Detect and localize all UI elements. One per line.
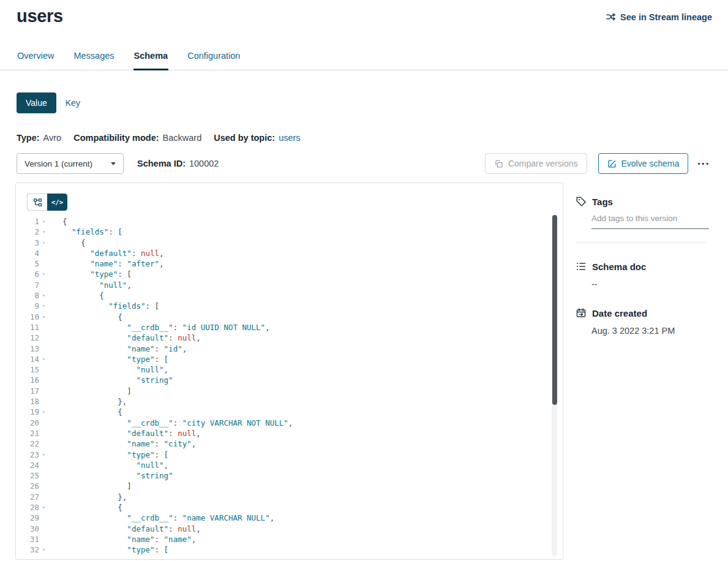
code-line: 18 },	[16, 396, 563, 407]
fold-toggle-icon[interactable]: ▾	[39, 269, 48, 279]
code-text: "null",	[48, 364, 168, 375]
code-line: 21 "default": null,	[16, 428, 563, 439]
line-number: 2	[16, 227, 39, 237]
code-line: 1▾{	[16, 216, 563, 227]
code-editor[interactable]: 1▾{2▾ "fields": [3▾ {4 "default": null,5…	[16, 216, 563, 555]
tree-view-button[interactable]	[27, 194, 47, 211]
fold-toggle-icon[interactable]: ▾	[39, 544, 48, 555]
code-line: 9▾ "fields": [	[16, 301, 563, 311]
code-text: "type": [	[48, 269, 132, 279]
line-number: 25	[16, 470, 39, 481]
schema-doc-title: Schema doc	[592, 262, 646, 272]
more-options-button[interactable]: •••	[696, 157, 711, 170]
fold-toggle-icon[interactable]: ▾	[39, 290, 48, 301]
code-text: "__crdb__": "city VARCHAR NOT NULL",	[48, 418, 293, 428]
fold-toggle-icon[interactable]: ▾	[39, 301, 48, 311]
line-number: 1	[16, 216, 39, 227]
line-number: 13	[16, 344, 39, 354]
line-number: 27	[16, 492, 39, 502]
schema-sidebar: Tags Schema doc --	[576, 183, 713, 336]
code-text: "default": null,	[48, 248, 164, 258]
code-line: 31 "name": "name",	[16, 534, 563, 544]
fold-spacer	[39, 258, 48, 269]
fold-spacer	[39, 280, 48, 290]
code-line: 23▾ "type": [	[16, 450, 563, 460]
line-number: 31	[16, 534, 39, 544]
line-number: 4	[16, 248, 39, 258]
code-text: "string"	[48, 375, 173, 385]
code-text: ]	[48, 386, 132, 396]
tab-configuration[interactable]: Configuration	[187, 46, 241, 70]
code-line: 27 },	[16, 492, 563, 502]
tags-section-header: Tags	[576, 196, 713, 207]
fold-toggle-icon[interactable]: ▾	[39, 450, 48, 460]
edit-icon	[607, 159, 617, 168]
line-number: 8	[16, 290, 39, 301]
scrollbar-thumb[interactable]	[552, 215, 557, 405]
fold-toggle-icon[interactable]: ▾	[39, 502, 48, 513]
code-text: "type": [	[48, 450, 168, 460]
schema-id-label: Schema ID:	[137, 159, 186, 168]
sidebar-divider	[576, 242, 706, 243]
toggle-key-button[interactable]: Key	[56, 92, 89, 113]
code-line: 25 "string"	[16, 470, 563, 481]
tab-schema[interactable]: Schema	[133, 46, 169, 70]
compare-versions-label: Compare versions	[508, 159, 578, 168]
code-line: 5 "name": "after",	[16, 258, 563, 269]
stream-lineage-link[interactable]: See in Stream lineage	[606, 12, 712, 22]
code-text: "default": null,	[48, 524, 201, 534]
code-text: "null",	[48, 280, 132, 290]
tab-overview[interactable]: Overview	[17, 46, 54, 70]
schema-id: Schema ID: 100002	[137, 159, 219, 168]
fold-toggle-icon[interactable]: ▾	[39, 238, 48, 248]
code-view-toolbar: </>	[16, 183, 563, 211]
code-line: 30 "default": null,	[16, 524, 563, 534]
line-number: 17	[16, 386, 39, 396]
line-number: 7	[16, 280, 39, 290]
fold-spacer	[39, 386, 48, 396]
line-number: 29	[16, 513, 39, 523]
tab-bar: Overview Messages Schema Configuration	[0, 46, 728, 70]
fold-toggle-icon[interactable]: ▾	[39, 227, 48, 237]
fold-spacer	[39, 375, 48, 385]
code-line: 12 "default": null,	[16, 333, 563, 343]
add-tags-input[interactable]	[591, 209, 709, 229]
fold-toggle-icon[interactable]: ▾	[39, 407, 48, 417]
toggle-value-button[interactable]: Value	[17, 92, 56, 113]
stream-lineage-label: See in Stream lineage	[620, 12, 712, 22]
code-text: "default": null,	[48, 428, 201, 439]
line-number: 6	[16, 269, 39, 279]
code-line: 26 ]	[16, 481, 563, 491]
compare-versions-button[interactable]: Compare versions	[485, 153, 587, 174]
topic-link[interactable]: users	[279, 133, 300, 143]
tags-title: Tags	[592, 197, 613, 207]
schema-meta-row: Type: Avro Compatibility mode: Backward …	[17, 133, 711, 143]
code-line: 13 "name": "id",	[16, 344, 563, 354]
fold-spacer	[39, 513, 48, 523]
fold-toggle-icon[interactable]: ▾	[39, 216, 48, 227]
fold-spacer	[39, 534, 48, 544]
fold-toggle-icon[interactable]: ▾	[39, 312, 48, 322]
evolve-schema-button[interactable]: Evolve schema	[598, 153, 689, 174]
code-view-button[interactable]: </>	[47, 194, 67, 211]
code-line: 15 "null",	[16, 364, 563, 375]
version-select[interactable]: Version 1 (current)	[17, 153, 124, 174]
tab-messages[interactable]: Messages	[73, 46, 114, 70]
meta-type-value: Avro	[43, 133, 62, 143]
code-text: {	[48, 502, 122, 513]
code-line: 3▾ {	[16, 238, 563, 248]
line-number: 24	[16, 460, 39, 470]
fold-spacer	[39, 470, 48, 481]
page-header: users See in Stream lineage	[0, 0, 728, 26]
scrollbar-track[interactable]	[552, 215, 557, 557]
code-text: "fields": [	[48, 227, 122, 237]
fold-toggle-icon[interactable]: ▾	[39, 354, 48, 364]
code-line: 28▾ {	[16, 502, 563, 513]
line-number: 9	[16, 301, 39, 311]
code-text: "__crdb__": "id UUID NOT NULL",	[48, 322, 270, 333]
code-text: "type": [	[48, 354, 168, 364]
meta-type: Type: Avro	[17, 133, 61, 143]
date-created-title: Date created	[592, 308, 647, 318]
code-line: 7 "null",	[16, 280, 563, 290]
fold-spacer	[39, 333, 48, 343]
